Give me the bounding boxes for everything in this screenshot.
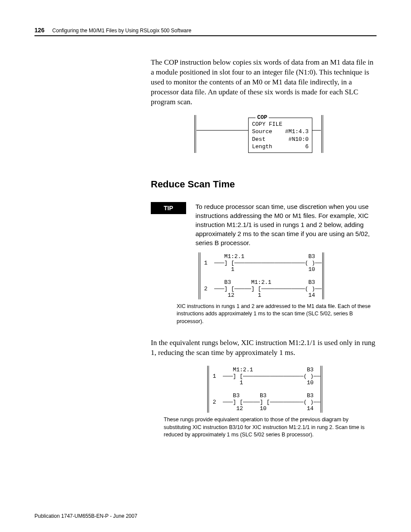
cop-source-value: #M1:4.3: [285, 128, 309, 136]
cop-dest-value: #N10:0: [289, 136, 309, 143]
ladder1-ascii: M1:2.1 B3 1 ───] [─────────────────────(…: [201, 252, 322, 299]
page-header: 126 Configuring the M0/M1 Files by Using…: [34, 27, 377, 36]
header-title: Configuring the M0/M1 Files by Using RSL…: [52, 28, 191, 34]
ladder1-left-rail: [199, 252, 200, 299]
ladder-diagram-1: M1:2.1 B3 1 ───] [─────────────────────(…: [198, 252, 377, 299]
ladder2-left-rail: [207, 366, 209, 413]
cop-length-value: 6: [305, 143, 309, 151]
ladder2-right-rail: [321, 366, 322, 413]
cop-instruction-block: COP COPY FILE Source #M1:4.3 Dest #N10:0…: [194, 115, 377, 153]
cop-length-label: Length: [252, 143, 272, 151]
tip-badge: TIP: [151, 202, 186, 214]
tip-block: TIP To reduce processor scan time, use d…: [151, 202, 377, 247]
cop-source-label: Source: [252, 128, 272, 136]
section-title: Reduce Scan Time: [151, 179, 377, 190]
rung-wire-right: [312, 130, 321, 131]
cop-line-copyfile: COPY FILE: [252, 121, 308, 128]
publication-footer: Publication 1747-UM655B-EN-P - June 2007: [34, 513, 137, 519]
ladder-right-rail: [321, 115, 323, 153]
tip-text: To reduce processor scan time, use discr…: [196, 202, 377, 247]
rung-wire-left: [196, 130, 248, 131]
cop-dest-label: Dest: [252, 136, 265, 143]
intro-paragraph: The COP instruction below copies six wor…: [151, 58, 377, 107]
page-number: 126: [34, 27, 44, 34]
caption-1: XIC instructions in rungs 1 and 2 are ad…: [177, 303, 377, 326]
ladder2-ascii: M1:2.1 B3 1 ───] [──────────────────( )─…: [209, 366, 320, 413]
caption-2: These rungs provide equivalent operation…: [164, 416, 377, 439]
cop-box: COP COPY FILE Source #M1:4.3 Dest #N10:0…: [248, 118, 312, 153]
ladder-left-rail: [194, 115, 196, 153]
ladder1-right-rail: [322, 252, 324, 299]
cop-mnemonic: COP: [255, 114, 269, 121]
middle-paragraph: In the equivalent rungs below, XIC instr…: [151, 338, 377, 358]
ladder-diagram-2: M1:2.1 B3 1 ───] [──────────────────( )─…: [207, 366, 377, 413]
